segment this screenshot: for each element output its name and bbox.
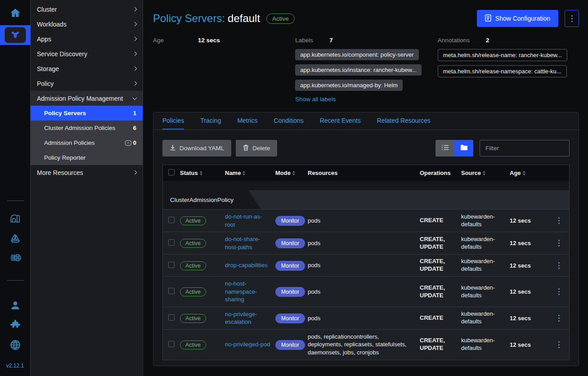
age-value: 12 secs (198, 37, 220, 44)
operations-cell: CREATE, UPDATE (420, 337, 461, 352)
tab-related-resources[interactable]: Related Resources (377, 112, 431, 130)
policy-name-link[interactable]: no-host-namespace-sharing (225, 280, 275, 304)
age-cell: 12 secs (510, 262, 548, 269)
row-kebab-menu-button[interactable] (548, 217, 569, 224)
policy-name-link[interactable]: do-not-run-as-root (225, 213, 275, 228)
mode-badge: Monitor (275, 238, 305, 248)
kebab-icon (558, 341, 560, 348)
list-view-button[interactable] (435, 140, 454, 157)
policy-name-link[interactable]: do-not-share-host-paths (225, 235, 275, 251)
column-header-source[interactable]: Source (461, 170, 510, 176)
kebab-icon (571, 15, 573, 22)
annotation-chip: meta.helm.sh/release-name: rancher-kubew… (438, 49, 567, 61)
header-kebab-menu-button[interactable] (565, 10, 579, 27)
fleet-button[interactable] (9, 233, 22, 244)
tab-recent-events[interactable]: Recent Events (320, 112, 361, 130)
table-header: Status Name Mode Resources (163, 165, 569, 181)
extensions-button[interactable] (9, 319, 21, 331)
row-kebab-menu-button[interactable] (548, 315, 569, 322)
download-yaml-button[interactable]: Download YAML (162, 140, 231, 157)
row-checkbox[interactable] (168, 288, 175, 294)
row-kebab-menu-button[interactable] (548, 288, 569, 295)
tab-policies[interactable]: Policies (162, 112, 184, 130)
operations-cell: CREATE, UPDATE (420, 258, 461, 273)
status-badge: Active (266, 13, 295, 24)
tab-conditions[interactable]: Conditions (274, 112, 304, 130)
sidebar-item-policy[interactable]: Policy (31, 76, 143, 91)
row-kebab-menu-button[interactable] (548, 262, 569, 269)
resources-cell: pods (308, 217, 420, 225)
home-button[interactable] (9, 7, 22, 19)
sidebar-item-storage[interactable]: Storage (31, 61, 143, 76)
sidebar-section-admission-policy-management[interactable]: Admission Policy Management (31, 91, 143, 106)
sidebar-item-more-resources[interactable]: More Resources (31, 165, 143, 180)
policy-name-link[interactable]: drop-capabilities (225, 261, 272, 269)
group-row: ClusterAdmissionPolicy (163, 190, 569, 209)
resources-cell: pods (308, 288, 420, 296)
sidebar-item-cluster-admission-policies[interactable]: Cluster Admission Policies 6 (31, 121, 143, 135)
sidebar-item-label: Workloads (37, 21, 133, 28)
table-row: Active drop-capabilities Monitor pods CR… (163, 254, 569, 276)
chevron-right-icon (133, 7, 137, 12)
column-header-name[interactable]: Name (225, 170, 275, 176)
row-checkbox[interactable] (168, 239, 175, 246)
icon-rail: v2.12.1 (0, 0, 31, 376)
policies-table: Status Name Mode Resources (162, 165, 570, 360)
sidebar-item-service-discovery[interactable]: Service Discovery (31, 46, 143, 61)
annotations-label: Annotations (438, 37, 470, 44)
grouped-view-button[interactable] (454, 140, 473, 157)
column-header-status[interactable]: Status (180, 170, 225, 176)
column-header-operations[interactable]: Operations (420, 170, 461, 176)
column-header-resources[interactable]: Resources (308, 170, 420, 176)
row-checkbox[interactable] (168, 217, 175, 223)
operations-cell: CREATE (420, 314, 461, 322)
globe-icon (9, 339, 21, 351)
row-checkbox[interactable] (168, 314, 175, 321)
row-checkbox[interactable] (168, 262, 175, 268)
source-cell: kubewarden-defaults (461, 284, 510, 300)
sidebar-item-policy-reporter[interactable]: Policy Reporter (31, 150, 143, 165)
cluster-explorer-button[interactable] (0, 25, 31, 45)
column-header-mode[interactable]: Mode (275, 170, 308, 176)
status-badge: Active (180, 216, 206, 225)
list-view-icon (441, 144, 449, 152)
status-badge: Active (180, 287, 206, 296)
age-cell: 12 secs (510, 288, 548, 295)
row-kebab-menu-button[interactable] (548, 341, 569, 348)
delete-label: Delete (252, 145, 270, 152)
table-row: Active no-privileged-pod Monitor pods, r… (163, 329, 569, 360)
table-row: Active do-not-run-as-root Monitor pods C… (163, 209, 569, 232)
age-label: Age (153, 37, 198, 44)
annotation-chip: meta.helm.sh/release-namespace: cattle-k… (438, 65, 567, 77)
tab-metrics[interactable]: Metrics (237, 112, 257, 130)
show-configuration-button[interactable]: Show Configuration (477, 10, 558, 27)
policy-name-link[interactable]: no-privilege-escalation (225, 310, 275, 326)
sidebar-item-cluster[interactable]: Cluster (31, 2, 143, 17)
select-all-checkbox[interactable] (168, 169, 175, 175)
annotations-count: 2 (486, 37, 489, 44)
view-toggle (435, 140, 473, 157)
rail-divider (7, 201, 24, 201)
sidebar-item-label: Policy Servers (44, 110, 133, 116)
mode-badge: Monitor (275, 340, 305, 350)
kebab-icon (558, 262, 560, 269)
table-toolbar: Download YAML Delete (162, 140, 570, 157)
filter-input[interactable] (480, 140, 570, 157)
sidebar-item-policy-servers[interactable]: Policy Servers 1 (31, 106, 143, 121)
sidebar-item-label: Policy (37, 80, 133, 87)
yarn-ball-button[interactable] (9, 252, 22, 263)
row-checkbox[interactable] (168, 341, 175, 347)
row-kebab-menu-button[interactable] (548, 240, 569, 246)
column-header-age[interactable]: Age (510, 170, 548, 176)
label-chips: app.kubernetes.io/component: policy-serv… (295, 49, 437, 91)
delete-button[interactable]: Delete (236, 140, 277, 157)
user-button[interactable] (9, 300, 21, 311)
sidebar-item-workloads[interactable]: Workloads (31, 17, 143, 31)
globe-button[interactable] (9, 339, 21, 351)
policy-name-link[interactable]: no-privileged-pod (225, 340, 274, 349)
harvester-button[interactable] (9, 213, 22, 224)
show-all-labels-link[interactable]: Show all labels (295, 96, 336, 103)
sidebar-item-admission-policies[interactable]: Admission Policies = 0 (31, 135, 143, 150)
sidebar-item-apps[interactable]: Apps (31, 31, 143, 46)
tab-tracing[interactable]: Tracing (200, 112, 221, 130)
